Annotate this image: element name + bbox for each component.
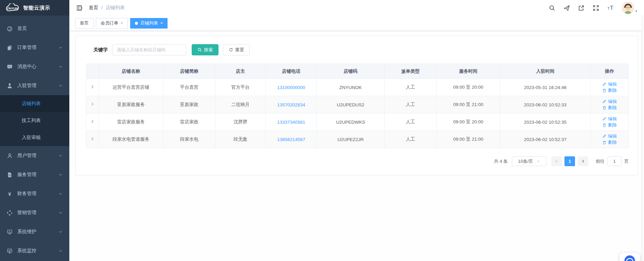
edit-link[interactable]: 编辑: [602, 116, 617, 122]
goto-label: 前往: [596, 158, 605, 164]
shop-phone-link[interactable]: 13570202834: [277, 102, 305, 107]
sidebar-item-system-maintenance[interactable]: 系统维护: [0, 222, 69, 241]
actions-cell: 编辑删除: [591, 79, 629, 96]
delete-link[interactable]: 删除: [602, 139, 617, 145]
svg-text:T: T: [610, 5, 613, 11]
expand-row-icon[interactable]: [90, 102, 94, 106]
tab-label: 店铺列表: [140, 20, 158, 26]
shop-name-cell: 段家水电管道服务: [99, 131, 163, 148]
sidebar-item-message-center[interactable]: 消息中心: [0, 57, 69, 76]
page-size-value: 10条/页: [518, 158, 533, 164]
floating-assistant-widget[interactable]: [620, 253, 640, 261]
app-logo[interactable]: ZNYUN 智能云演示: [0, 0, 69, 16]
shop-phone-cell: 13856214587: [266, 131, 317, 148]
service-time-cell: 09:00 至 20:00: [436, 114, 500, 131]
expand-row-icon[interactable]: [90, 137, 94, 141]
close-icon[interactable]: ×: [121, 21, 123, 25]
edit-label: 编辑: [608, 99, 617, 105]
breadcrumb-home[interactable]: 首页: [89, 5, 98, 11]
edit-link[interactable]: 编辑: [602, 81, 617, 87]
shop-phone-link[interactable]: 13100000000: [277, 85, 305, 90]
app-title: 智能云演示: [23, 5, 50, 11]
keyword-label: 关键字: [93, 47, 108, 53]
sidebar-subitem-entry-review[interactable]: 入驻审核: [0, 129, 69, 146]
send-icon[interactable]: [563, 5, 570, 11]
service-time-cell: 09:00 至 21:00: [436, 131, 500, 148]
close-icon[interactable]: ×: [160, 21, 163, 25]
chevron-down-icon: [58, 211, 63, 215]
sidebar-item-marketing-management[interactable]: 营销管理: [0, 203, 69, 222]
submenu-merchant-management: 店铺列表技工列表入驻审核: [0, 95, 69, 146]
search-icon[interactable]: [549, 5, 555, 11]
actions-cell: 编辑删除: [591, 96, 629, 114]
sidebar-subitem-technician-list[interactable]: 技工列表: [0, 112, 69, 129]
sidebar-item-order-management[interactable]: 订单管理: [0, 38, 69, 57]
sidebar-item-system-monitoring[interactable]: 系统监控: [0, 241, 69, 260]
join-time-cell: 2023-06-02 10:52:37: [500, 131, 591, 148]
fullscreen-icon[interactable]: [593, 5, 599, 11]
shop-phone-link[interactable]: 13337340581: [277, 120, 305, 125]
sidebar-item-merchant-management[interactable]: 入驻管理: [0, 76, 69, 95]
user-menu[interactable]: ▾: [622, 2, 637, 14]
font-size-icon[interactable]: TT: [607, 5, 614, 11]
shop-short-name-cell: 亚新家政: [163, 96, 215, 114]
search-button[interactable]: 搜索: [192, 44, 219, 55]
join-time-cell: 2023-06-02 10:52:35: [500, 114, 591, 131]
chevron-down-icon: [58, 249, 63, 253]
header-row: 店铺名称店铺简称店主店铺电话店铺码派单类型服务时间入驻时间操作: [86, 64, 629, 79]
breadcrumb: 首页 / 店铺列表: [89, 5, 125, 11]
table-row: 运营平台直营店铺平台直营官方平台13100000000ZNYUNOK人工09:0…: [86, 79, 629, 96]
column-header: 入驻时间: [500, 64, 591, 79]
shop-phone-link[interactable]: 13856214587: [277, 137, 305, 142]
shop-name-cell: 亚新家政服务: [99, 96, 163, 114]
service-time-cell: 09:00 至 20:00: [436, 79, 500, 96]
sidebar-item-user-management[interactable]: 用户管理: [0, 146, 69, 165]
order-icon: [7, 45, 13, 51]
goto-unit: 页: [624, 158, 629, 164]
tab-label: 会员订单: [101, 20, 118, 26]
table-head: 店铺名称店铺简称店主店铺电话店铺码派单类型服务时间入驻时间操作: [86, 64, 629, 79]
sidebar-item-label: 消息中心: [17, 64, 36, 70]
marketing-icon: [7, 210, 13, 216]
keyword-input[interactable]: [112, 44, 186, 55]
goto-page-input[interactable]: [607, 156, 622, 166]
delete-link[interactable]: 删除: [602, 105, 617, 111]
edit-link[interactable]: 编辑: [602, 133, 617, 139]
reset-button[interactable]: 重置: [223, 44, 250, 55]
external-link-icon[interactable]: [578, 5, 585, 11]
sidebar-item-label: 财务管理: [17, 191, 36, 197]
next-page-button[interactable]: [578, 156, 588, 166]
table-body: 运营平台直营店铺平台直营官方平台13100000000ZNYUNOK人工09:0…: [86, 79, 629, 148]
delete-link[interactable]: 删除: [602, 122, 617, 128]
column-header: 店铺码: [317, 64, 385, 79]
assistant-icon: [624, 255, 636, 261]
shop-owner-cell: 二弦映月: [215, 96, 265, 114]
join-time-cell: 2023-05-31 16:24:46: [500, 79, 591, 96]
shop-code-cell: U2UPEZ2JR: [317, 131, 385, 148]
edit-link[interactable]: 编辑: [602, 99, 617, 105]
expand-row-icon[interactable]: [90, 119, 94, 124]
page-size-select[interactable]: 10条/页: [512, 156, 546, 166]
expand-cell: [86, 131, 99, 148]
tab-home[interactable]: 首页: [75, 18, 93, 29]
sidebar-subitem-store-list[interactable]: 店铺列表: [0, 95, 69, 112]
service-icon: [7, 172, 13, 178]
scrollbar[interactable]: [641, 16, 644, 261]
caret-down-icon: ▾: [636, 9, 637, 13]
shop-phone-cell: 13100000000: [266, 79, 317, 96]
prev-page-button[interactable]: [551, 156, 562, 166]
column-header: 服务时间: [436, 64, 500, 79]
sidebar-item-label: 用户管理: [17, 153, 36, 159]
expand-row-icon[interactable]: [90, 85, 94, 89]
sidebar-item-service-management[interactable]: 服务管理: [0, 165, 69, 184]
sidebar-item-home[interactable]: 首页: [0, 19, 69, 38]
tab-store-list[interactable]: 店铺列表×: [130, 18, 168, 29]
column-header: 店铺电话: [266, 64, 317, 79]
tab-member-orders[interactable]: 会员订单×: [96, 18, 128, 29]
delete-link[interactable]: 删除: [602, 87, 617, 93]
column-header: 操作: [591, 64, 629, 79]
sidebar-item-finance-management[interactable]: ¥财务管理: [0, 184, 69, 203]
page-1-button[interactable]: 1: [564, 156, 575, 166]
collapse-sidebar-icon[interactable]: [76, 5, 83, 11]
header-actions: TT ▾: [549, 2, 637, 14]
